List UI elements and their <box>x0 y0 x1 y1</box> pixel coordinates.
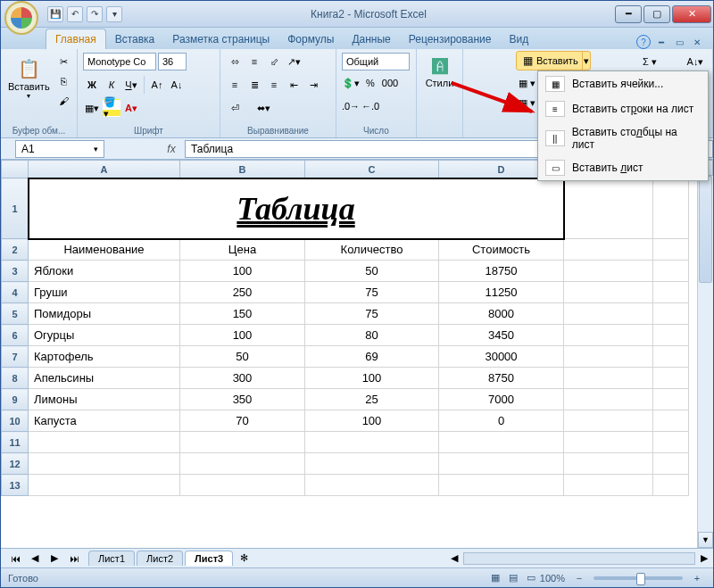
autosum-button[interactable]: Σ ▾ <box>641 53 659 70</box>
scroll-down-icon[interactable]: ▼ <box>698 532 713 548</box>
cell-D9[interactable]: 7000 <box>439 389 564 410</box>
select-all-corner[interactable] <box>2 161 29 178</box>
cell-B4[interactable]: 250 <box>180 282 305 303</box>
workbook-close-icon[interactable]: ✕ <box>690 35 704 49</box>
insert-dropdown-arrow[interactable]: ▾ <box>582 52 590 70</box>
styles-button[interactable]: 🅰 Стили <box>422 53 457 92</box>
view-pagebreak-icon[interactable]: ▭ <box>522 569 540 587</box>
cell-D13[interactable] <box>439 475 564 496</box>
align-right-icon[interactable]: ≡ <box>265 76 283 94</box>
cell-E2[interactable] <box>564 239 653 261</box>
font-name-input[interactable] <box>83 53 156 70</box>
cell-A6[interactable]: Огурцы <box>29 325 180 346</box>
zoom-out-icon[interactable]: − <box>570 569 588 587</box>
cell-C8[interactable]: 100 <box>305 368 439 389</box>
sheet-tab-3[interactable]: Лист3 <box>185 551 233 566</box>
zoom-in-icon[interactable]: + <box>688 569 706 587</box>
cell-F11[interactable] <box>653 432 689 453</box>
font-color-button[interactable]: A▾ <box>122 99 140 117</box>
cell-E8[interactable] <box>564 368 653 389</box>
header-cell-1[interactable]: Цена <box>180 239 305 261</box>
namebox-dropdown-icon[interactable]: ▾ <box>94 145 98 153</box>
cell-E6[interactable] <box>564 325 653 346</box>
cell-F9[interactable] <box>653 389 689 410</box>
office-button[interactable] <box>4 1 38 35</box>
row-header-6[interactable]: 6 <box>2 325 29 346</box>
copy-icon[interactable]: ⎘ <box>55 72 73 90</box>
cell-C11[interactable] <box>305 432 439 453</box>
cell-B5[interactable]: 150 <box>180 303 305 325</box>
shrink-font-button[interactable]: A↓ <box>168 76 186 94</box>
cell-F2[interactable] <box>653 239 689 261</box>
cell-C6[interactable]: 80 <box>305 325 439 346</box>
cell-E9[interactable] <box>564 389 653 410</box>
cell-B6[interactable]: 100 <box>180 325 305 346</box>
cell-A11[interactable] <box>29 432 180 453</box>
format-painter-icon[interactable]: 🖌 <box>55 92 73 110</box>
qat-more-icon[interactable]: ▾ <box>106 6 122 22</box>
cell-F3[interactable] <box>653 261 689 282</box>
cell-D4[interactable]: 11250 <box>439 282 564 303</box>
cell-C5[interactable]: 75 <box>305 303 439 325</box>
header-cell-0[interactable]: Наименование <box>29 239 180 261</box>
number-format-select[interactable] <box>342 53 410 70</box>
cell-B7[interactable]: 50 <box>180 346 305 368</box>
cell-F12[interactable] <box>653 453 689 475</box>
horizontal-scrollbar[interactable] <box>463 552 695 565</box>
cell-E11[interactable] <box>564 432 653 453</box>
name-box[interactable]: A1 ▾ <box>15 140 104 158</box>
cell-E10[interactable] <box>564 410 653 432</box>
grid[interactable]: ABCDEF1Таблица2НаименованиеЦенаКоличеств… <box>1 160 697 548</box>
decrease-decimal-icon[interactable]: ←.0 <box>361 97 379 115</box>
row-header-4[interactable]: 4 <box>2 282 29 303</box>
col-header-A[interactable]: A <box>29 161 180 178</box>
align-center-icon[interactable]: ≣ <box>245 76 263 94</box>
menu-insert-columns[interactable]: || Вставить столбцы на лист <box>538 121 708 155</box>
cell-A4[interactable]: Груши <box>29 282 180 303</box>
scroll-thumb[interactable] <box>699 176 712 283</box>
row-header-3[interactable]: 3 <box>2 261 29 282</box>
cell-A9[interactable]: Лимоны <box>29 389 180 410</box>
cell-D12[interactable] <box>439 453 564 475</box>
cell-A13[interactable] <box>29 475 180 496</box>
cell-D6[interactable]: 3450 <box>439 325 564 346</box>
row-header-8[interactable]: 8 <box>2 368 29 389</box>
cut-icon[interactable]: ✂ <box>55 53 73 70</box>
tab-next-icon[interactable]: ▶ <box>46 550 63 567</box>
view-normal-icon[interactable]: ▦ <box>486 569 504 587</box>
cell-C10[interactable]: 100 <box>305 410 439 432</box>
row-header-10[interactable]: 10 <box>2 410 29 432</box>
cell-C4[interactable]: 75 <box>305 282 439 303</box>
row-header-7[interactable]: 7 <box>2 346 29 368</box>
tab-view[interactable]: Вид <box>500 29 537 49</box>
maximize-button[interactable]: ▢ <box>643 5 670 23</box>
sheet-tab-2[interactable]: Лист2 <box>137 551 183 566</box>
insert-cells-button[interactable]: ▦ Вставить ▾ <box>516 51 591 70</box>
currency-icon[interactable]: 💲▾ <box>342 74 360 92</box>
new-sheet-icon[interactable]: ✻ <box>235 550 253 567</box>
paste-button[interactable]: 📋 Вставить ▾ <box>6 53 52 104</box>
cell-F5[interactable] <box>653 303 689 325</box>
view-layout-icon[interactable]: ▤ <box>504 569 522 587</box>
row-header-1[interactable]: 1 <box>2 178 29 239</box>
cell-A3[interactable]: Яблоки <box>29 261 180 282</box>
hscroll-right-icon[interactable]: ▶ <box>695 550 713 567</box>
cell-D7[interactable]: 30000 <box>439 346 564 368</box>
merge-center-icon[interactable]: ⬌▾ <box>245 99 281 117</box>
row-header-9[interactable]: 9 <box>2 389 29 410</box>
tab-first-icon[interactable]: ⏮ <box>6 550 24 567</box>
cell-D11[interactable] <box>439 432 564 453</box>
close-button[interactable]: ✕ <box>672 5 711 23</box>
fill-color-button[interactable]: 🪣▾ <box>103 99 120 117</box>
minimize-button[interactable]: ━ <box>615 5 642 23</box>
cell-D3[interactable]: 18750 <box>439 261 564 282</box>
cell-F1[interactable] <box>653 178 689 239</box>
hscroll-left-icon[interactable]: ◀ <box>445 550 463 567</box>
cell-A5[interactable]: Помидоры <box>29 303 180 325</box>
cell-E5[interactable] <box>564 303 653 325</box>
cell-B11[interactable] <box>180 432 305 453</box>
cell-E1[interactable] <box>564 178 653 239</box>
menu-insert-sheet[interactable]: ▭ Вставить лист <box>538 155 708 180</box>
tab-page-layout[interactable]: Разметка страницы <box>163 29 278 49</box>
cell-A12[interactable] <box>29 453 180 475</box>
